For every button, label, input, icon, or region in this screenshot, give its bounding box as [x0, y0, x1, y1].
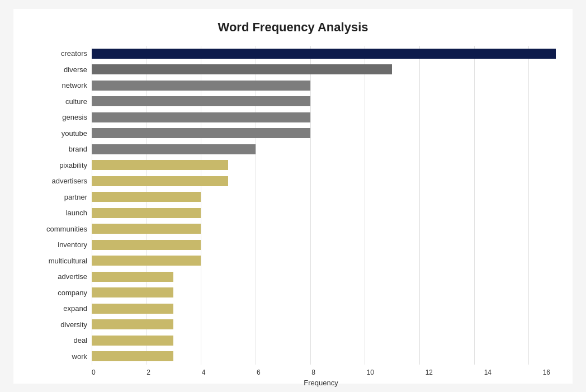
bar-youtube — [92, 128, 310, 138]
bar-row — [92, 143, 556, 155]
bar-row — [92, 239, 556, 251]
y-label: work — [72, 353, 87, 360]
bar-pixability — [92, 160, 228, 170]
bar-partner — [92, 192, 201, 202]
bar-launch — [92, 208, 201, 218]
bar-multicultural — [92, 256, 201, 266]
y-label: advertisers — [51, 177, 87, 185]
bar-inventory — [92, 240, 201, 250]
bar-communities — [92, 224, 201, 234]
x-axis: 0246810121416 Frequency — [92, 369, 550, 387]
bar-diversity — [92, 319, 173, 329]
y-label: diverse — [64, 66, 87, 73]
grid-line — [310, 46, 311, 365]
y-label: communities — [46, 225, 87, 233]
x-tick: 8 — [311, 369, 315, 376]
x-tick: 2 — [146, 369, 150, 376]
grid-line — [92, 46, 92, 365]
y-label: inventory — [58, 241, 87, 248]
bar-row — [92, 334, 556, 347]
grid-line — [146, 46, 147, 365]
y-label: launch — [66, 209, 87, 216]
x-tick: 14 — [484, 369, 492, 376]
bar-row — [92, 159, 556, 171]
chart-container: Word Frequency Analysis creatorsdiversen… — [13, 9, 573, 384]
bar-row — [92, 127, 556, 139]
grid-line — [365, 46, 365, 365]
y-label: genesis — [62, 114, 87, 121]
grid-line — [201, 46, 201, 365]
bar-row — [92, 95, 556, 107]
bar-row — [92, 303, 556, 315]
bar-row — [92, 271, 556, 283]
bar-row — [92, 175, 556, 187]
bar-network — [92, 81, 310, 91]
grid-line — [256, 46, 256, 365]
bar-row — [92, 207, 556, 219]
bar-creators — [92, 49, 556, 59]
bar-row — [92, 286, 556, 299]
y-label: brand — [69, 145, 87, 153]
y-label: expand — [63, 305, 87, 312]
bar-row — [92, 63, 556, 75]
chart-title: Word Frequency Analysis — [30, 20, 556, 35]
x-tick: 16 — [543, 369, 550, 376]
y-label: deal — [73, 337, 87, 344]
y-label: diversity — [60, 321, 87, 328]
y-label: youtube — [62, 130, 87, 137]
y-label: company — [58, 289, 87, 296]
bar-genesis — [92, 112, 310, 122]
bar-row — [92, 254, 556, 267]
bar-row — [92, 223, 556, 235]
x-tick: 4 — [202, 369, 206, 376]
bar-diverse — [92, 64, 392, 74]
bar-row — [92, 79, 556, 92]
y-label: partner — [64, 193, 87, 201]
bar-company — [92, 287, 173, 297]
y-label: creators — [61, 50, 87, 57]
y-label: multicultural — [49, 257, 87, 265]
bar-row — [92, 191, 556, 203]
bar-brand — [92, 144, 256, 154]
bar-advertisers — [92, 176, 228, 186]
bar-work — [92, 351, 173, 361]
y-label: culture — [65, 98, 87, 105]
y-label: network — [62, 82, 87, 89]
bar-deal — [92, 336, 173, 346]
chart-area: creatorsdiversenetworkculturegenesisyout… — [30, 46, 556, 365]
x-tick: 6 — [257, 369, 261, 376]
bar-row — [92, 350, 556, 362]
y-label: advertise — [58, 273, 87, 280]
x-tick: 12 — [426, 369, 433, 376]
bar-expand — [92, 304, 173, 314]
grid-line — [474, 46, 475, 365]
y-labels: creatorsdiversenetworkculturegenesisyout… — [30, 46, 92, 365]
bars-and-grid — [92, 46, 556, 365]
y-label: pixability — [59, 162, 87, 169]
bar-culture — [92, 96, 310, 106]
grid-line — [419, 46, 420, 365]
grid-line — [528, 46, 529, 365]
x-axis-label: Frequency — [92, 379, 550, 387]
x-tick: 0 — [92, 369, 96, 376]
x-tick: 10 — [367, 369, 374, 376]
bar-row — [92, 48, 556, 60]
bar-advertise — [92, 272, 173, 282]
bar-row — [92, 111, 556, 124]
bar-row — [92, 318, 556, 330]
